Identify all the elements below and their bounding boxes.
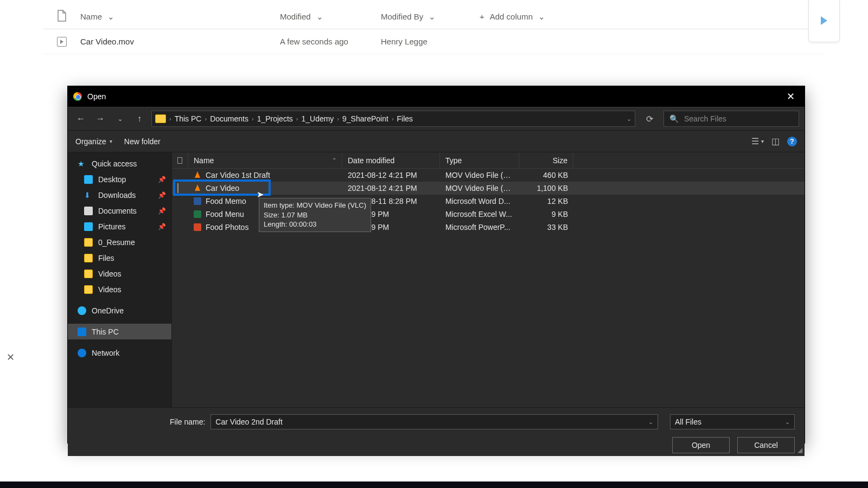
sidebar-folder-files[interactable]: Files [68, 250, 171, 266]
cursor-icon: ➤ [257, 189, 264, 200]
sidebar-folder-resume[interactable]: 0_Resume [68, 234, 171, 250]
col-name-label: Name [80, 12, 102, 21]
plus-icon: + [480, 12, 484, 21]
col-modby-label: Modified By [381, 12, 423, 21]
open-button[interactable]: Open [672, 437, 730, 453]
sidebar-downloads[interactable]: ⬇Downloads📌 [68, 187, 171, 203]
crumb-sharepoint[interactable]: 9_SharePoint› [342, 114, 394, 123]
dialog-close-button[interactable]: ✕ [782, 88, 799, 105]
header-checkbox[interactable] [172, 152, 188, 168]
file-modified: A few seconds ago [280, 37, 381, 46]
chevron-down-icon: ⌄ [538, 12, 545, 22]
dialog-title: Open [87, 92, 106, 101]
filename-input[interactable]: Car Video 2nd Draft ⌄ [210, 414, 658, 429]
col-name[interactable]: Name⌄ [80, 12, 280, 22]
pin-icon: 📌 [158, 176, 166, 183]
preview-pane-button[interactable]: ◫ [771, 136, 780, 146]
file-tooltip: Item type: MOV Video File (VLC) Size: 1.… [259, 198, 371, 232]
word-icon [194, 197, 201, 205]
file-list: Car Video 1st Draft 2021-08-12 4:21 PM M… [172, 169, 805, 234]
chevron-down-icon[interactable]: ⌄ [648, 419, 653, 426]
excel-icon [194, 210, 201, 218]
col-modifiedby[interactable]: Modified By⌄ [381, 12, 480, 22]
file-modifiedby: Henry Legge [381, 37, 480, 46]
nav-recent-button[interactable]: ⌄ [112, 111, 127, 126]
pc-icon [78, 328, 86, 336]
sort-asc-icon: ⌃ [332, 157, 336, 163]
close-panel-button[interactable]: ✕ [7, 351, 15, 363]
organize-button[interactable]: Organize▾ [75, 137, 112, 146]
dialog-toolbar: Organize▾ New folder ☰ ▾ ◫ ? [68, 131, 805, 152]
view-mode-button[interactable]: ☰ ▾ [751, 136, 764, 146]
filename-label: File name: [170, 418, 205, 426]
chevron-down-icon: ⌄ [429, 12, 436, 22]
header-type[interactable]: Type [440, 152, 519, 168]
sidebar-documents[interactable]: Documents📌 [68, 203, 171, 219]
file-row-selected[interactable]: Car Video 2021-08-12 4:21 PM MOV Video F… [172, 182, 805, 195]
powerpoint-icon [194, 223, 201, 231]
dialog-sidebar: ★Quick access Desktop📌 ⬇Downloads📌 Docum… [68, 152, 172, 407]
chevron-down-icon: ⌄ [107, 12, 114, 22]
pictures-icon [84, 222, 93, 231]
chevron-down-icon: ⌄ [785, 419, 790, 426]
col-add[interactable]: +Add column⌄ [480, 12, 588, 22]
sidebar-folder-videos1[interactable]: Videos [68, 266, 171, 281]
file-list-area: Name⌃ Date modified Type Size Car Video … [172, 152, 805, 407]
row-checkbox[interactable] [177, 183, 178, 193]
open-file-dialog: Open ✕ ← → ⌄ ↑ › This PC› Documents› 1_P… [67, 86, 805, 444]
crumb-files[interactable]: Files [397, 114, 413, 123]
sidebar-folder-videos2[interactable]: Videos [68, 281, 171, 297]
cloud-icon [78, 306, 86, 315]
crumb-documents[interactable]: Documents› [210, 114, 253, 123]
search-placeholder: Search Files [684, 114, 726, 123]
file-type-icon [43, 36, 80, 47]
cancel-button[interactable]: Cancel [737, 437, 795, 453]
col-modified[interactable]: Modified⌄ [280, 12, 381, 22]
file-name[interactable]: Car Video.mov [80, 37, 280, 46]
header-date[interactable]: Date modified [342, 152, 440, 168]
taskbar[interactable] [0, 481, 868, 488]
tooltip-line: Item type: MOV Video File (VLC) [264, 201, 366, 210]
tooltip-line: Size: 1.07 MB [264, 210, 366, 220]
preview-play-button[interactable] [808, 0, 840, 42]
nav-up-button[interactable]: ↑ [132, 111, 147, 126]
col-add-label: Add column [490, 12, 533, 21]
breadcrumb-path[interactable]: › This PC› Documents› 1_Projects› 1_Udem… [151, 111, 635, 127]
sidebar-onedrive[interactable]: OneDrive [68, 303, 171, 318]
new-folder-button[interactable]: New folder [124, 137, 161, 146]
help-button[interactable]: ? [787, 137, 797, 146]
sidebar-network[interactable]: Network [68, 345, 171, 361]
tooltip-line: Length: 00:00:03 [264, 220, 366, 229]
path-dropdown-button[interactable]: ⌄ [627, 115, 631, 123]
sidebar-pictures[interactable]: Pictures📌 [68, 219, 171, 234]
search-icon: 🔍 [669, 114, 679, 123]
file-row[interactable]: Car Video 1st Draft 2021-08-12 4:21 PM M… [172, 169, 805, 182]
sidebar-quick-access[interactable]: ★Quick access [68, 156, 171, 171]
header-size[interactable]: Size [519, 152, 573, 168]
crumb-udemy[interactable]: 1_Udemy› [301, 114, 339, 123]
header-name[interactable]: Name⌃ [188, 152, 342, 168]
crumb-thispc[interactable]: This PC› [175, 114, 207, 123]
search-input[interactable]: 🔍 Search Files [663, 111, 799, 127]
nav-forward-button[interactable]: → [93, 111, 108, 126]
dialog-body: ★Quick access Desktop📌 ⬇Downloads📌 Docum… [68, 152, 805, 407]
file-type-filter[interactable]: All Files ⌄ [670, 414, 795, 429]
nav-back-button[interactable]: ← [73, 111, 88, 126]
crumb-projects[interactable]: 1_Projects› [257, 114, 298, 123]
sidebar-thispc[interactable]: This PC [68, 324, 171, 339]
documents-icon [84, 207, 93, 215]
chevron-right-icon: › [169, 115, 171, 122]
sharepoint-row[interactable]: Car Video.mov A few seconds ago Henry Le… [43, 29, 825, 54]
vlc-icon [194, 184, 201, 192]
pin-icon: 📌 [158, 207, 166, 215]
col-mod-label: Modified [280, 12, 311, 21]
chevron-down-icon: ▾ [110, 138, 112, 144]
refresh-button[interactable]: ⟳ [640, 111, 659, 127]
play-icon [821, 16, 827, 25]
resize-grip[interactable]: ◢ [797, 446, 802, 454]
file-list-header: Name⌃ Date modified Type Size [172, 152, 805, 169]
folder-icon [84, 285, 93, 294]
dialog-titlebar: Open ✕ [68, 86, 805, 107]
sidebar-desktop[interactable]: Desktop📌 [68, 171, 171, 187]
header-file-icon [43, 9, 80, 24]
